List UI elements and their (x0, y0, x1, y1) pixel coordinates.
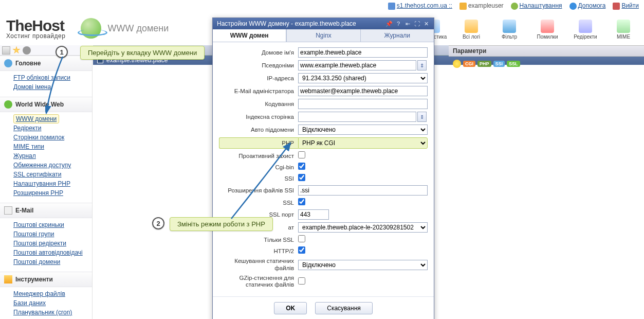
sidebar-item-maildomains[interactable]: Поштові домени (13, 257, 92, 267)
input-ssi-ext[interactable] (298, 185, 428, 196)
sidebar-item-phpsettings[interactable]: Налаштування PHP (13, 179, 92, 188)
lbl-ssl: SSL (219, 200, 298, 206)
star-icon[interactable] (12, 46, 21, 55)
lbl-encoding: Кодування (219, 101, 298, 107)
lbl-http2: HTTP/2 (219, 248, 298, 254)
page-title: WWW домени (107, 23, 169, 34)
pin-icon[interactable]: 📌 (385, 20, 393, 27)
exit-link[interactable]: Вийти (621, 2, 639, 9)
tab-logs[interactable]: Журнали (360, 29, 434, 42)
lbl-domain-name: Домове ім'я (219, 49, 298, 56)
select-php-mode[interactable]: PHP як CGI (298, 137, 428, 149)
chk-ssi[interactable] (298, 174, 305, 181)
lbl-cgibin: Cgi-bin (219, 164, 298, 170)
sidebar-item-domains[interactable]: Домові імена (13, 82, 92, 92)
lbl-only-ssl: Тільки SSL (219, 237, 298, 243)
sidebar-item-www-domains[interactable]: WWW домени (13, 114, 59, 123)
input-index[interactable] (298, 112, 416, 122)
sidebar-item-mailredir[interactable]: Поштові редіректи (13, 239, 92, 248)
tb-mime[interactable]: MIME (608, 20, 639, 40)
ok-button[interactable]: OK (274, 302, 307, 314)
sidebar-item-cron[interactable]: Планувальник (cron) (13, 308, 92, 317)
scroll-icon (465, 20, 478, 33)
lbl-ip: IP-адреса (219, 75, 298, 81)
tools-icon (4, 275, 12, 283)
sidebar-item-errorpages[interactable]: Сторінки помилок (13, 133, 92, 142)
tab-www-domain[interactable]: WWW домен (213, 29, 286, 42)
sidebar-item-webscripts[interactable]: Web-скрипти (APS) (13, 317, 92, 319)
sidebar-item-filemanager[interactable]: Менеджер файлів (13, 289, 92, 298)
chk-only-ssl[interactable] (298, 235, 305, 242)
dialog-title: Настройки WWW домену - example.theweb.pl… (217, 20, 356, 27)
maximize-icon[interactable]: ⛶ (413, 20, 420, 27)
brand-logo: TheHost Хостинг провайдер (6, 17, 65, 40)
input-admin-email[interactable] (298, 86, 428, 96)
cancel-button[interactable]: Скасування (315, 302, 373, 314)
lbl-static-cache: Кешування статичних файлів (219, 258, 298, 272)
select-autosub[interactable]: Відключено (298, 125, 428, 135)
settings-link[interactable]: Налаштування (520, 2, 562, 9)
tb-redirects[interactable]: Редіректи (570, 20, 601, 40)
input-aliases[interactable] (298, 60, 416, 70)
sidebar-item-mimetypes[interactable]: MIME типи (13, 142, 92, 151)
dialog-www-domain-settings: Настройки WWW домену - example.theweb.pl… (212, 17, 434, 319)
list-view-icon[interactable] (2, 46, 10, 55)
select-ssl-cert[interactable]: example.theweb.place-le-202309281502 (298, 222, 428, 233)
gear-icon (511, 3, 518, 10)
sidebar-item-databases[interactable]: Бази даних (13, 298, 92, 308)
sidebar-section-email[interactable]: E-Mail (15, 207, 33, 214)
sidebar-item-autoreply[interactable]: Поштові автовідповідачі (13, 248, 92, 257)
input-ssl-port[interactable] (298, 209, 329, 220)
tb-errors[interactable]: Помилки (532, 20, 563, 40)
exit-icon (613, 3, 620, 10)
lbl-proactive: Проактивний захист (219, 153, 298, 159)
sidebar-section-www[interactable]: World Wide Web (15, 101, 64, 108)
chk-gzip[interactable] (298, 277, 305, 285)
select-ip[interactable]: 91.234.33.250 (shared) (298, 73, 428, 83)
params-header: Параметри (449, 45, 644, 57)
settings-icon[interactable] (23, 46, 31, 55)
globe-small-icon (4, 100, 12, 109)
bulb-icon (453, 60, 461, 68)
chk-proactive[interactable] (298, 151, 305, 158)
sidebar-section-tools[interactable]: Інструменти (15, 276, 53, 283)
sidebar-item-phpext[interactable]: Розширення PHP (13, 188, 92, 198)
tb-logs[interactable]: Всі логі (456, 20, 487, 40)
tab-nginx[interactable]: Nginx (286, 29, 360, 42)
sidebar-item-journal[interactable]: Журнал (13, 151, 92, 161)
tb-filter[interactable]: Фільтр (494, 20, 525, 40)
server-icon (388, 3, 395, 10)
sidebar-item-access[interactable]: Обмеження доступу (13, 161, 92, 170)
sidebar-item-ssl[interactable]: SSL сертифікати (13, 170, 92, 179)
help-link[interactable]: Допомога (578, 2, 606, 9)
chk-http2[interactable] (298, 246, 305, 254)
sidebar-item-redirects[interactable]: Редіректи (13, 123, 92, 133)
server-link[interactable]: s1.thehost.com.ua :: (397, 2, 452, 9)
close-icon[interactable]: ✕ (422, 20, 430, 27)
badge-ssi: SSI (493, 61, 505, 67)
index-expand-button[interactable]: ⇕ (417, 112, 427, 122)
mail-icon (4, 206, 12, 215)
minimize-icon[interactable]: ⇤ (404, 20, 411, 27)
help-dialog-icon[interactable]: ? (395, 20, 402, 27)
input-encoding[interactable] (298, 99, 428, 109)
chk-ssl[interactable] (298, 198, 305, 205)
help-icon (569, 3, 577, 10)
sidebar-section-home[interactable]: Головне (15, 60, 41, 67)
lbl-ssi-ext: Розширення файлів SSI (219, 187, 298, 193)
sidebar-item-mailboxes[interactable]: Поштові скриньки (13, 220, 92, 229)
step-badge-1: 1 (56, 46, 68, 58)
lbl-aliases: Псевдоніми (219, 62, 298, 68)
lbl-index: Індексна сторінка (219, 114, 298, 120)
chk-cgibin[interactable] (298, 163, 305, 170)
home-icon (4, 59, 12, 67)
input-domain-name[interactable] (298, 47, 428, 58)
aliases-expand-button[interactable]: ⇕ (417, 60, 427, 70)
select-static-cache[interactable]: Відключено (298, 260, 428, 270)
lbl-admin-email: E-Mail адміністратора (219, 88, 298, 94)
sidebar-item-mailgroups[interactable]: Поштові групи (13, 229, 92, 239)
mime-icon (617, 20, 630, 33)
lbl-ssi: SSI (219, 175, 298, 182)
callout-1: Перейдіть у вкладку WWW домени (80, 46, 205, 60)
sidebar-item-ftp[interactable]: FTP облікові записи (13, 73, 92, 82)
